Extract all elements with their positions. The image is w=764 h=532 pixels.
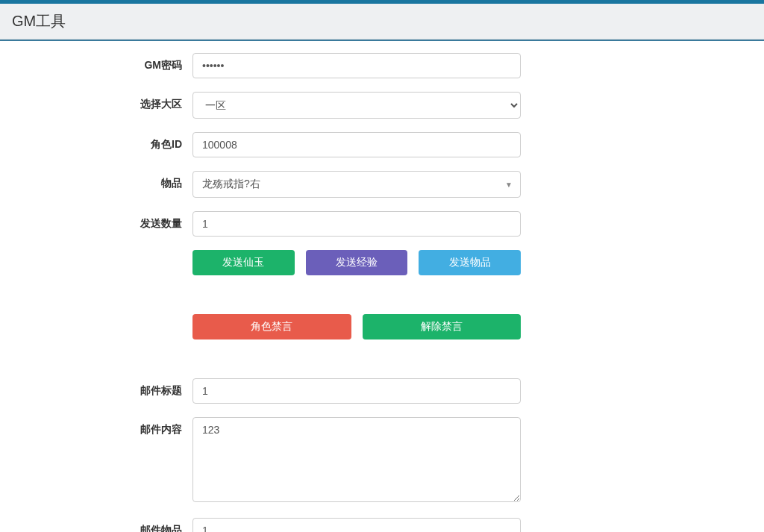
row-mail-title: 邮件标题 (118, 378, 646, 404)
row-region: 选择大区 一区 (118, 92, 646, 119)
label-role-id: 角色ID (118, 132, 192, 151)
label-item: 物品 (118, 171, 192, 190)
input-gm-password[interactable] (192, 53, 521, 78)
row-gm-password: GM密码 (118, 53, 646, 78)
page-title: GM工具 (12, 11, 752, 31)
page-header: GM工具 (0, 4, 764, 40)
textarea-mail-items[interactable] (192, 518, 521, 532)
label-mail-body: 邮件内容 (118, 417, 192, 436)
label-gm-password: GM密码 (118, 53, 192, 72)
select-item-value: 龙殇戒指?右 (202, 178, 260, 190)
row-mail-body: 邮件内容 (118, 417, 646, 504)
btn-role-mute[interactable]: 角色禁言 (192, 314, 351, 339)
row-item: 物品 龙殇戒指?右 ▼ (118, 171, 646, 198)
input-mail-title[interactable] (192, 378, 521, 404)
textarea-mail-body[interactable] (192, 417, 521, 502)
select-item[interactable]: 龙殇戒指?右 ▼ (192, 171, 521, 198)
btn-send-xianyu[interactable]: 发送仙玉 (192, 250, 295, 275)
row-mail-items: 邮件物品 (118, 518, 646, 532)
row-role-id: 角色ID (118, 132, 646, 157)
label-region: 选择大区 (118, 92, 192, 111)
input-role-id[interactable] (192, 132, 521, 157)
select-region[interactable]: 一区 (192, 92, 521, 119)
btn-send-exp[interactable]: 发送经验 (306, 250, 408, 275)
label-mail-title: 邮件标题 (118, 378, 192, 398)
row-send-qty: 发送数量 (118, 211, 646, 237)
button-row-mute: 角色禁言 解除禁言 (192, 314, 521, 339)
button-row-send: 发送仙玉 发送经验 发送物品 (192, 250, 521, 275)
btn-unmute[interactable]: 解除禁言 (363, 314, 522, 339)
label-send-qty: 发送数量 (118, 211, 192, 231)
caret-down-icon: ▼ (505, 181, 513, 189)
btn-send-item[interactable]: 发送物品 (419, 250, 521, 275)
input-send-qty[interactable] (192, 211, 521, 237)
label-mail-items: 邮件物品 (118, 518, 192, 532)
form-container: GM密码 选择大区 一区 角色ID 物品 龙殇戒指?右 ▼ 发送数量 (113, 44, 651, 532)
